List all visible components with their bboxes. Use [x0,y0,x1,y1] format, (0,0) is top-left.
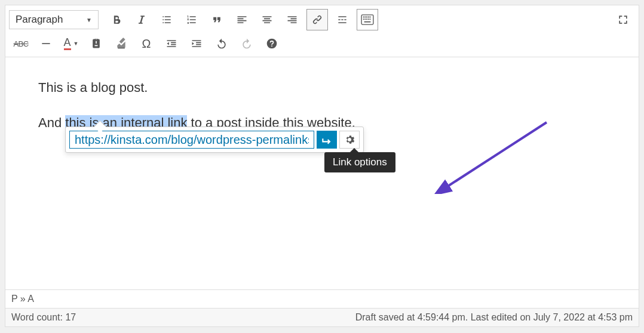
strikethrough-button[interactable]: ABC [10,33,32,54]
format-label: Paragraph [16,14,63,26]
undo-button[interactable] [211,33,232,54]
horizontal-line-button[interactable] [35,33,57,54]
apply-link-button[interactable] [317,131,337,149]
toolbar: Paragraph ▼ [5,5,639,57]
help-button[interactable] [261,33,283,54]
paragraph-1: This is a blog post. [38,79,606,97]
bold-button[interactable] [106,9,127,30]
paste-button[interactable] [85,33,107,54]
indent-button[interactable] [186,33,207,54]
format-dropdown[interactable]: Paragraph ▼ [9,10,99,29]
link-url-input[interactable] [69,131,314,149]
special-character-button[interactable]: Ω [136,33,157,54]
link-editor-popup: Link options [65,127,364,153]
link-options-tooltip: Link options [324,152,395,172]
toolbar-row-1: Paragraph ▼ [9,8,635,32]
fullscreen-button[interactable] [612,9,634,30]
redo-button[interactable] [236,33,257,54]
toolbar-row-2: ABC A ▼ Ω [9,32,635,56]
save-status: Draft saved at 4:59:44 pm. Last edited o… [355,312,633,323]
caret-down-icon: ▼ [86,17,92,23]
numbered-list-button[interactable] [181,9,203,30]
outdent-button[interactable] [161,33,182,54]
read-more-button[interactable] [332,9,353,30]
italic-button[interactable] [131,9,152,30]
editor-content[interactable]: This is a blog post. And this is an inte… [5,57,639,289]
element-path[interactable]: P » A [5,289,639,308]
text-color-button[interactable]: A ▼ [60,33,82,54]
link-options-button[interactable] [339,131,360,149]
status-bar: Word count: 17 Draft saved at 4:59:44 pm… [5,308,639,326]
keyboard-toggle-button[interactable] [357,9,378,30]
align-left-button[interactable] [231,9,253,30]
bullet-list-button[interactable] [156,9,177,30]
editor-container: Paragraph ▼ [5,5,639,327]
clear-formatting-button[interactable] [111,33,132,54]
svg-point-1 [267,39,277,49]
link-button[interactable] [306,9,328,30]
blockquote-button[interactable] [206,9,228,30]
word-count: Word count: 17 [11,312,76,323]
align-center-button[interactable] [256,9,278,30]
align-right-button[interactable] [281,9,303,30]
